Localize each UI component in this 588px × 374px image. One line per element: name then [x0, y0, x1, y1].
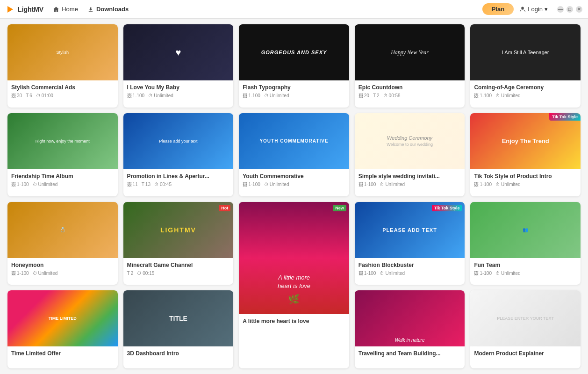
plan-button[interactable]: Plan: [482, 3, 514, 15]
login-button[interactable]: Login ▾: [519, 6, 548, 13]
card-thumbnail: LIGHTMV Hot: [123, 202, 234, 258]
photo-count: 🖼1-100: [474, 182, 492, 187]
badge-label: Hot: [219, 205, 230, 211]
text-count: T13: [142, 182, 151, 187]
template-card[interactable]: Tik Tok StyleEnjoy The Trend Tik Tok Sty…: [470, 113, 581, 196]
card-thumbnail: Please add your text: [123, 113, 234, 169]
duration: ⏱00:58: [383, 93, 401, 98]
template-card[interactable]: TIME LIMITED Time Limited Offer: [7, 290, 118, 368]
title-bar-left: LightMV Home Downloads: [6, 5, 129, 14]
card-thumbnail: PLEASE ADD TEXT Tik Tok Style: [355, 202, 465, 258]
nav-home[interactable]: Home: [53, 6, 78, 13]
close-button[interactable]: ✕: [576, 6, 582, 13]
template-card[interactable]: PLEASE ADD TEXT Tik Tok Style Fashion Bl…: [355, 202, 465, 285]
card-info: Minecraft Game Channel T2⏱00:15: [123, 258, 234, 279]
card-info: Honeymoon 🖼1-100⏱Unlimited: [7, 258, 118, 279]
card-title: Promotion in Lines & Apertur...: [127, 173, 230, 180]
card-meta: T2⏱00:15: [127, 271, 230, 276]
card-title: A little more heart is love: [243, 318, 345, 324]
photo-count: 🖼1-100: [127, 93, 145, 98]
card-thumbnail: TIME LIMITED: [7, 290, 118, 346]
card-meta: 🖼1-100⏱Unlimited: [11, 182, 114, 187]
card-info: 3D Dashboard Intro: [123, 346, 234, 362]
card-thumbnail: GORGEOUS AND SEXY: [239, 24, 349, 80]
template-card[interactable]: GORGEOUS AND SEXY Flash Typography 🖼1-10…: [239, 24, 349, 108]
user-icon: [519, 6, 526, 13]
card-thumbnail: Tik Tok StyleEnjoy The Trend: [470, 113, 581, 169]
card-info: Fun Team 🖼1-100⏱Unlimited: [470, 258, 581, 279]
card-info: Youth Commemorative 🖼1-100⏱Unlimited: [239, 169, 349, 190]
template-card[interactable]: Stylish Stylish Commercial Ads 🖼30T6⏱01:…: [7, 24, 118, 108]
download-icon: [87, 6, 94, 13]
card-meta: 🖼1-100⏱Unlimited: [11, 271, 114, 276]
template-card[interactable]: 👥 Fun Team 🖼1-100⏱Unlimited: [470, 202, 581, 285]
duration: ⏱Unlimited: [380, 271, 405, 276]
chevron-down-icon: ▾: [545, 6, 548, 13]
app-logo[interactable]: LightMV: [6, 5, 43, 14]
template-card[interactable]: Please add your text Promotion in Lines …: [123, 113, 234, 196]
template-card[interactable]: Happy New Year Epic Countdown 🖼20T2⏱00:5…: [355, 24, 465, 108]
svg-marker-0: [7, 6, 13, 13]
template-card[interactable]: 💍 Honeymoon 🖼1-100⏱Unlimited: [7, 202, 118, 285]
template-grid: Stylish Stylish Commercial Ads 🖼30T6⏱01:…: [0, 19, 588, 374]
card-thumbnail: 👥: [470, 202, 581, 258]
card-meta: 🖼1-100⏱Unlimited: [359, 271, 461, 276]
photo-count: 🖼1-100: [11, 271, 29, 276]
template-card[interactable]: A little moreheart is love🌿 New A little…: [239, 202, 349, 369]
card-title: Fashion Blockbuster: [359, 262, 461, 268]
card-title: Simple style wedding invitati...: [359, 173, 461, 180]
card-meta: 🖼1-100⏱Unlimited: [243, 93, 345, 98]
template-card[interactable]: Wedding CeremonyWelcome to our wedding S…: [355, 113, 465, 196]
card-info: Time Limited Offer: [7, 346, 118, 362]
duration: ⏱00:15: [137, 271, 154, 276]
duration: ⏱Unlimited: [148, 93, 173, 98]
card-thumbnail: TITLE: [123, 290, 234, 346]
duration: ⏱00:45: [154, 182, 172, 187]
template-card[interactable]: I Am Still A Teenager Coming-of-Age Cere…: [470, 24, 581, 108]
photo-count: 🖼1-100: [474, 93, 492, 98]
template-card[interactable]: LIGHTMV Hot Minecraft Game Channel T2⏱00…: [123, 202, 234, 285]
card-meta: 🖼1-100⏱Unlimited: [474, 182, 577, 187]
card-meta: 🖼1-100⏱Unlimited: [359, 182, 461, 187]
photo-count: 🖼1-100: [11, 182, 29, 187]
card-thumbnail: PLEASE ENTER YOUR TEXT: [470, 290, 581, 346]
title-bar-right: Plan Login ▾ — □ ✕: [482, 3, 582, 15]
card-title: Coming-of-Age Ceremony: [474, 84, 577, 91]
card-title: Honeymoon: [11, 262, 114, 268]
card-info: Travelling and Team Building...: [355, 346, 465, 362]
template-card[interactable]: PLEASE ENTER YOUR TEXT Modern Product Ex…: [470, 290, 581, 368]
card-meta: 🖼1-100⏱Unlimited: [474, 271, 577, 276]
card-meta: 🖼11T13⏱00:45: [127, 182, 230, 187]
template-card[interactable]: ♥ I Love You My Baby 🖼1-100⏱Unlimited: [123, 24, 234, 108]
photo-count: 🖼30: [11, 93, 22, 98]
home-icon: [53, 6, 59, 13]
minimize-button[interactable]: —: [557, 6, 564, 13]
duration: ⏱Unlimited: [33, 271, 58, 276]
card-meta: 🖼1-100⏱Unlimited: [243, 182, 345, 187]
card-title: Youth Commemorative: [243, 173, 345, 180]
maximize-button[interactable]: □: [566, 6, 573, 13]
card-title: Minecraft Game Channel: [127, 262, 230, 268]
card-info: Tik Tok Style of Product Intro 🖼1-100⏱Un…: [470, 169, 581, 190]
text-count: T2: [373, 93, 380, 98]
template-card[interactable]: TITLE 3D Dashboard Intro: [123, 290, 234, 368]
template-card[interactable]: Walk in nature Travelling and Team Build…: [355, 290, 465, 368]
nav-downloads[interactable]: Downloads: [87, 6, 129, 13]
card-meta: 🖼30T6⏱01:00: [11, 93, 114, 98]
card-thumbnail: Happy New Year: [355, 24, 465, 80]
card-info: Promotion in Lines & Apertur... 🖼11T13⏱0…: [123, 169, 234, 190]
badge-label: New: [333, 205, 346, 211]
card-title: Fun Team: [474, 262, 577, 268]
card-info: Stylish Commercial Ads 🖼30T6⏱01:00: [7, 80, 118, 101]
duration: ⏱Unlimited: [264, 93, 289, 98]
template-card[interactable]: YOUTH COMMEMORATIVE Youth Commemorative …: [239, 113, 349, 196]
duration: ⏱Unlimited: [495, 271, 521, 276]
card-info: Flash Typography 🖼1-100⏱Unlimited: [239, 80, 349, 101]
duration: ⏱Unlimited: [495, 182, 521, 187]
card-thumbnail: I Am Still A Teenager: [470, 24, 581, 80]
card-info: Simple style wedding invitati... 🖼1-100⏱…: [355, 169, 465, 190]
card-title: Friendship Time Album: [11, 173, 114, 180]
template-card[interactable]: Right now, enjoy the moment Friendship T…: [7, 113, 118, 196]
svg-point-1: [521, 7, 524, 9]
card-title: Flash Typography: [243, 84, 345, 91]
